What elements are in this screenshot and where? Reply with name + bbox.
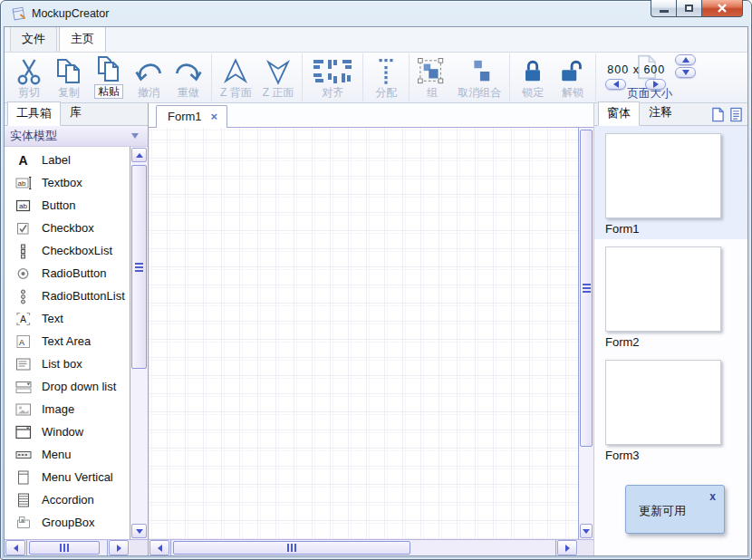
scroll-thumb[interactable] (29, 541, 100, 555)
form2-thumbnail[interactable] (605, 246, 721, 332)
canvas-panel: Form1 × (148, 103, 593, 555)
scroll-track[interactable] (170, 540, 556, 555)
toolbox-item-listbox[interactable]: List box (5, 352, 130, 375)
form3-label: Form3 (605, 449, 747, 462)
align-button[interactable]: 对齐 (305, 53, 360, 101)
toolbox-item-accordion[interactable]: Accordion (5, 488, 130, 511)
undo-button[interactable]: 撤消 (129, 53, 169, 101)
right-arrow-icon (117, 545, 121, 552)
close-button[interactable] (702, 0, 743, 17)
scroll-left-button[interactable] (149, 540, 169, 555)
copy-button[interactable]: 复制 (49, 53, 89, 101)
down-arrow-icon (682, 70, 689, 75)
scroll-down-button[interactable] (580, 524, 593, 538)
category-label: 实体模型 (10, 128, 131, 144)
toolbox-item-button[interactable]: ab Button (5, 194, 130, 217)
titlebar[interactable]: MockupCreator (4, 1, 748, 26)
toolbox-item-radiobuttonlist[interactable]: RadioButtonList (5, 285, 130, 307)
distribute-group: 分配 (363, 53, 410, 101)
design-canvas[interactable] (149, 128, 578, 539)
tab-home[interactable]: 主页 (59, 26, 106, 52)
scroll-track[interactable] (26, 540, 108, 555)
document-tab-form1[interactable]: Form1 × (156, 105, 227, 128)
toolbox-item-radiobutton[interactable]: RadioButton (5, 262, 130, 285)
text-area-icon: A (14, 333, 34, 350)
scrollbar-corner (578, 540, 593, 555)
accordion-icon (14, 492, 34, 508)
scroll-thumb[interactable] (131, 165, 147, 369)
grip-icon (583, 284, 591, 293)
page-height-down-button[interactable] (675, 67, 696, 78)
tab-toolbox[interactable]: 工具箱 (7, 101, 61, 126)
toolbox-item-checkboxlist[interactable]: CheckboxList (5, 239, 130, 262)
toolbox-item-checkbox[interactable]: Checkbox (5, 217, 130, 239)
minimize-button[interactable] (651, 0, 677, 17)
toolbox-item-textbox[interactable]: ab Textbox (5, 171, 130, 194)
toolbox-item-groupbox[interactable]: a GroupBox (5, 511, 130, 534)
canvas-vertical-scrollbar[interactable] (578, 128, 593, 539)
redo-button[interactable]: 重做 (169, 53, 208, 101)
page-height-value[interactable]: 600 (643, 63, 665, 76)
toolbox-item-menuvertical[interactable]: Menu Vertical (5, 466, 130, 488)
toolbox-item-menu[interactable]: Menu (5, 443, 130, 466)
scroll-up-button[interactable] (131, 148, 147, 162)
notes-page-icon[interactable] (729, 107, 743, 126)
paste-button[interactable]: 粘贴 (89, 53, 129, 101)
ungroup-button[interactable]: 取消组合 (452, 53, 506, 101)
scroll-track[interactable] (130, 163, 148, 523)
bring-to-front-button[interactable]: Z 正面 (257, 53, 300, 101)
textbox-icon: ab (14, 175, 34, 191)
maximize-icon (685, 5, 693, 12)
toolbox-item-text[interactable]: A Text (5, 307, 130, 330)
scroll-track[interactable] (579, 128, 593, 523)
svg-text:ab: ab (19, 202, 27, 210)
scroll-right-button[interactable] (109, 540, 129, 555)
form-item-form2[interactable]: Form2 (594, 239, 747, 352)
tab-file[interactable]: 文件 (10, 26, 57, 52)
ribbon-tab-bar: 文件 主页 (5, 27, 747, 52)
scroll-right-button[interactable] (557, 540, 577, 555)
close-icon (717, 4, 728, 13)
toolbox-vertical-scrollbar[interactable] (130, 147, 148, 539)
scroll-down-button[interactable] (131, 524, 147, 538)
form3-thumbnail[interactable] (605, 360, 721, 445)
checkbox-list-icon (14, 243, 34, 259)
lock-button[interactable]: 锁定 (513, 53, 553, 101)
tab-close-icon[interactable]: × (211, 111, 218, 122)
drop-down-list-icon (14, 379, 34, 395)
toolbox-item-dropdownlist[interactable]: Drop down list (5, 375, 130, 398)
form-item-form3[interactable]: Form3 (594, 352, 747, 466)
toolbox-horizontal-scrollbar[interactable] (5, 539, 148, 555)
toolbox-item-image[interactable]: Image (5, 398, 130, 420)
scroll-thumb[interactable] (580, 130, 593, 447)
unlock-button[interactable]: 解锁 (553, 53, 593, 101)
form1-label: Form1 (605, 222, 747, 236)
tab-library[interactable]: 库 (61, 101, 91, 125)
page-height-up-button[interactable] (675, 54, 696, 65)
canvas-horizontal-scrollbar[interactable] (149, 539, 593, 555)
toolbox-item-label[interactable]: A Label (5, 149, 130, 171)
maximize-button[interactable] (677, 0, 702, 17)
toolbox-item-window[interactable]: Window (5, 420, 130, 443)
down-arrow-icon (136, 529, 143, 534)
page-width-value[interactable]: 800 (607, 63, 629, 76)
toast-close-button[interactable]: x (709, 490, 716, 503)
page-width-up-button[interactable] (645, 79, 666, 90)
page-width-down-button[interactable] (605, 79, 626, 90)
new-form-icon[interactable] (711, 107, 725, 126)
form1-thumbnail[interactable] (605, 133, 721, 218)
send-to-back-button[interactable]: Z 背面 (215, 53, 257, 101)
scroll-left-button[interactable] (5, 540, 25, 555)
distribute-button[interactable]: 分配 (366, 53, 406, 101)
grip-icon (60, 544, 69, 552)
toolbox-item-textarea[interactable]: A Text Area (5, 330, 130, 352)
tab-forms[interactable]: 窗体 (598, 101, 640, 126)
form-item-form1[interactable]: Form1 (594, 126, 747, 239)
scroll-thumb[interactable] (173, 541, 410, 555)
checkbox-icon (14, 220, 34, 237)
cut-button[interactable]: 剪切 (9, 53, 49, 101)
text-icon: A (14, 311, 34, 327)
group-button[interactable]: 组 (412, 53, 452, 101)
tab-comments[interactable]: 注释 (640, 101, 681, 125)
category-dropdown[interactable]: 实体模型 (5, 126, 148, 147)
